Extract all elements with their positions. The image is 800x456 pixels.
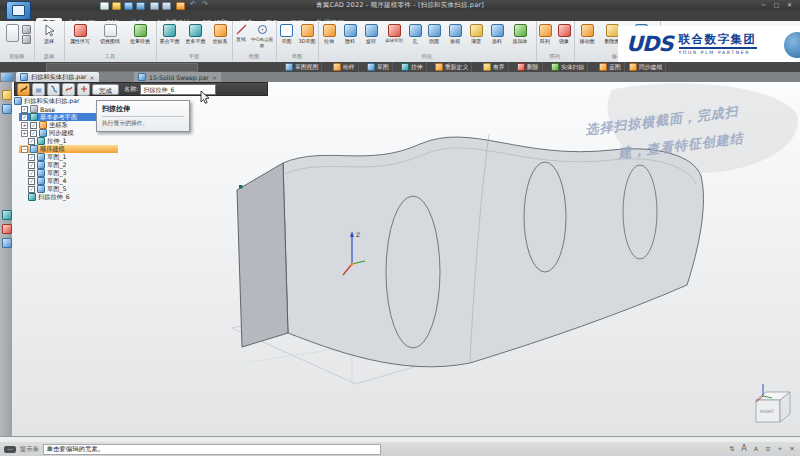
new-document-icon[interactable]	[100, 2, 109, 10]
options-button[interactable]: ▤	[32, 83, 45, 96]
swept-solid-model[interactable]: Z RIGHT	[0, 82, 800, 436]
tree-item-sketch4[interactable]: 草图_4	[26, 177, 118, 185]
coincident-plane-button[interactable]: 重合平面	[157, 24, 182, 44]
hole-button[interactable]: 孔	[407, 24, 423, 44]
extrude1-checkbox[interactable]	[28, 138, 35, 145]
layers-icon[interactable]	[2, 210, 12, 220]
close-button[interactable]: ✕	[784, 1, 795, 9]
csys-checkbox[interactable]	[30, 122, 37, 129]
tree-item-ordered[interactable]: 顺序建模	[19, 145, 118, 153]
qb-delete-button[interactable]: 删除	[514, 62, 543, 72]
qb-sketch-view-button[interactable]: 草图视图	[282, 62, 322, 72]
save-all-icon[interactable]	[136, 2, 145, 10]
sketch1-checkbox[interactable]	[28, 154, 35, 161]
wrench-icon[interactable]	[2, 90, 12, 100]
home-tab-icon[interactable]	[1, 73, 13, 81]
round-button[interactable]: 倒圆	[424, 24, 444, 44]
coordinate-system-button[interactable]: 坐标系	[209, 24, 231, 44]
sketch-3d-button[interactable]: 3D草图	[297, 24, 317, 44]
path-step-button[interactable]	[47, 83, 60, 96]
switch-sheet-button[interactable]: 切换图纸	[96, 24, 124, 44]
sweep-body-face[interactable]	[283, 137, 703, 367]
add-body-button[interactable]: 添加体	[508, 24, 532, 44]
library-icon[interactable]	[2, 238, 12, 248]
doc-tab-active[interactable]: 扫掠和实体扫掠.par ×	[16, 72, 99, 82]
batch-convert-button[interactable]: 批量转换	[126, 24, 154, 44]
qb-profile-button[interactable]: 绘样	[330, 62, 359, 72]
fill-properties-button[interactable]: 属性填写	[66, 24, 94, 44]
ref-planes-checkbox[interactable]	[21, 114, 28, 121]
style-icon[interactable]	[176, 2, 185, 10]
tree-item-sketch2[interactable]: 草图_2	[26, 161, 118, 169]
tree-item-sketch3[interactable]: 草图_3	[26, 169, 118, 177]
center-point-circle-button[interactable]: 中心和点画圆	[249, 24, 275, 49]
qb-blueprint-button[interactable]: 蓝图	[596, 62, 625, 72]
sensors-icon[interactable]	[2, 224, 12, 234]
paste-button[interactable]	[4, 24, 20, 43]
finish-button[interactable]: 完成	[92, 84, 119, 95]
qb-extrude-button[interactable]: 拉伸	[398, 62, 427, 72]
open-icon[interactable]	[112, 2, 121, 10]
qb-bounded-button[interactable]: 有界	[480, 62, 509, 72]
save-icon[interactable]	[124, 2, 133, 10]
doc-tab2-close-icon[interactable]: ×	[212, 74, 217, 81]
tree-item-sweep6[interactable]: 扫掠拉伸_6	[26, 193, 118, 201]
qb-sync-modeling-button[interactable]: 同步建模	[626, 62, 666, 72]
qb-solid-sweep-button[interactable]: 实体扫掠	[548, 62, 588, 72]
doc-tab-inactive[interactable]: 15-Solid Sweep.par ×	[134, 72, 221, 82]
maximize-button[interactable]: ▢	[771, 1, 782, 9]
more-planes-button[interactable]: 更多平面	[183, 24, 208, 44]
window2-icon[interactable]	[162, 2, 171, 10]
redo-icon[interactable]: ↷	[202, 0, 208, 8]
copy-icon[interactable]	[22, 35, 31, 44]
extrude-button[interactable]: 拉伸	[319, 24, 339, 44]
select-button[interactable]: 选择	[38, 24, 60, 44]
sync-checkbox[interactable]	[30, 130, 37, 137]
close-pane-icon[interactable]: ✕	[788, 445, 796, 453]
pattern-button[interactable]: 阵列	[536, 24, 554, 44]
doc-tab-close-icon[interactable]: ×	[90, 74, 95, 81]
pathfinder-tab-icon[interactable]	[2, 104, 12, 114]
view-cube[interactable]: RIGHT	[756, 384, 790, 422]
fit-view-icon[interactable]: ⌖	[776, 445, 784, 453]
qb-sketch-button[interactable]: 草图	[364, 62, 393, 72]
text-scale-large-icon[interactable]: A	[740, 445, 748, 453]
move-face-button[interactable]: 移动面	[575, 24, 599, 44]
base-checkbox[interactable]	[21, 106, 28, 113]
tree-item-extrude1[interactable]: 拉伸_1	[26, 137, 118, 145]
draft-button[interactable]: 拔模	[445, 24, 465, 44]
extent-step-button[interactable]	[77, 83, 90, 96]
sketch5-checkbox[interactable]	[28, 186, 35, 193]
revolve-cut-button[interactable]: 旋转切割	[382, 24, 406, 44]
qb-redefine-button[interactable]: 重新定义	[432, 62, 472, 72]
tree-item-sketch1[interactable]: 草图_1	[26, 153, 118, 161]
sync-expand-icon[interactable]	[21, 130, 28, 137]
minimize-button[interactable]: ─	[758, 1, 769, 9]
sketch-button[interactable]: 草图	[277, 24, 296, 44]
ordered-expand-icon[interactable]	[21, 146, 28, 153]
tree-item-sketch5[interactable]: 草图_5	[26, 185, 118, 193]
sketch4-checkbox[interactable]	[28, 178, 35, 185]
undo-icon[interactable]: ↶	[190, 0, 196, 8]
model-canvas[interactable]: Z RIGHT 选择扫掠横截面，完成扫 建，查看特征创建结	[0, 82, 800, 436]
sweep-end-cap-face[interactable]	[237, 163, 288, 347]
list-view-icon[interactable]: ≡	[764, 445, 772, 453]
vertex-point[interactable]	[239, 185, 242, 188]
line-button[interactable]: 直线	[233, 24, 249, 42]
text-scale-small-icon[interactable]: A	[752, 445, 760, 453]
mirror-button[interactable]: 镜像	[555, 24, 573, 44]
toolbar-inset-field[interactable]	[46, 63, 198, 72]
sketch2-checkbox[interactable]	[28, 162, 35, 169]
cut-icon[interactable]	[22, 25, 31, 34]
revolve-button[interactable]: 旋转	[361, 24, 381, 44]
sweep-command-icon[interactable]	[17, 83, 30, 96]
csys-expand-icon[interactable]	[21, 122, 28, 129]
window-icon[interactable]	[150, 2, 159, 10]
add-material-button[interactable]: 添料	[487, 24, 507, 44]
cutout-button[interactable]: 除料	[340, 24, 360, 44]
sketch3-checkbox[interactable]	[28, 170, 35, 177]
thin-wall-button[interactable]: 薄壁	[466, 24, 486, 44]
section-step-button[interactable]	[62, 83, 75, 96]
stepper-up-down-icon[interactable]: ⇅	[728, 445, 736, 453]
application-button[interactable]	[6, 1, 31, 20]
